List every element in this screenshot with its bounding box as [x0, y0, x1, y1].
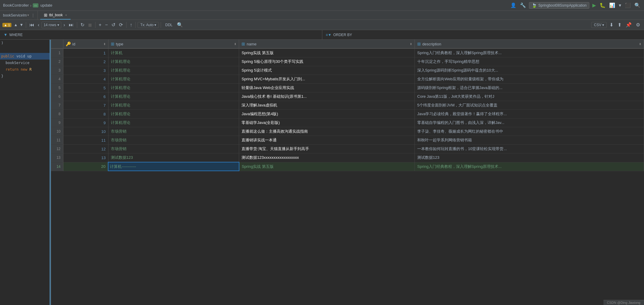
rows-dropdown[interactable]: ▾ [57, 23, 59, 27]
debug-icon[interactable]: 🐛 [599, 2, 606, 9]
book-service-label[interactable]: bookServiceIm [3, 13, 27, 17]
nav-first-btn[interactable]: ⏮ [28, 21, 36, 29]
cell-type[interactable]: 市场营销 [108, 127, 239, 136]
cell-id[interactable]: 2 [63, 57, 108, 66]
where-section[interactable]: ▼ WHERE [0, 30, 322, 39]
table-row[interactable]: 55计算机理论轻量级Java Web企业应用实战源码级剖析Spring框架，适合… [51, 84, 644, 92]
data-table-area[interactable]: 🔑 id ⬍ ⊞ type ⬍ ⊞ [51, 40, 644, 305]
cell-name[interactable]: Spring MVC+Mybatis开发从入门到... [239, 75, 415, 84]
submit-btn[interactable]: ⟳ [117, 21, 124, 29]
cell-id[interactable]: 1 [63, 48, 108, 57]
breadcrumb-controller[interactable]: BookController [3, 3, 29, 8]
cell-id[interactable]: 9 [63, 119, 108, 127]
name-column-header[interactable]: ⊞ name ⬍ [239, 40, 415, 48]
cell-type[interactable]: 市场营销 [108, 136, 239, 145]
cell-id[interactable]: 4 [63, 75, 108, 84]
cell-description[interactable]: Core Java第11版，Jolt大奖获奖作品，针对J [415, 92, 644, 101]
table-row[interactable]: 1212市场营销直播带货:淘宝、天猫直播从新手到高手一本教你如何玩转直播的书，1… [51, 145, 644, 153]
search-btn[interactable]: 🔍 [175, 21, 184, 29]
cell-name[interactable]: 直播销讲实战一本通 [239, 136, 415, 145]
cell-type-input[interactable] [110, 164, 237, 169]
table-row[interactable]: 99计算机理论零基础学Java(全彩版)零基础自学编程的入门图书，由浅入深，详解… [51, 119, 644, 127]
cell-description[interactable]: 深入Spring源码剖析Spring源码中蕴含的10大... [415, 66, 644, 75]
remove-row-btn[interactable]: − [104, 21, 109, 29]
cell-name[interactable]: Java编程思想(第4版) [239, 110, 415, 119]
cell-description[interactable]: 测试数据123 [415, 153, 644, 162]
cell-id[interactable]: 12 [63, 145, 108, 153]
table-row[interactable]: 1313测试数据123测试数据123xxxxxxxxxxxxxxxxxx测试数据… [51, 153, 644, 162]
orderby-section[interactable]: ≡▼ ORDER BY [322, 30, 644, 39]
cell-type[interactable]: 计算机理论 [108, 110, 239, 119]
table-row[interactable]: 88计算机理论Java编程思想(第4版)Java学习必读经典，殿堂级著作！赢得了… [51, 110, 644, 119]
cell-id[interactable]: 11 [63, 136, 108, 145]
csv-btn[interactable]: CSV ▾ [591, 22, 607, 28]
id-column-header[interactable]: 🔑 id ⬍ [63, 40, 108, 48]
pin-btn[interactable]: 📌 [624, 21, 633, 29]
cell-description[interactable]: Spring入门经典教程，深入理解Spring原理技术... [415, 162, 644, 171]
tx-dropdown[interactable]: ▾ [154, 23, 156, 27]
cell-name[interactable]: Spring 5设计模式 [239, 66, 415, 75]
cell-name[interactable]: 测试数据123xxxxxxxxxxxxxxxxxx [239, 153, 415, 162]
move-up-btn[interactable]: ↑ [128, 21, 134, 29]
stop-btn[interactable]: ◼ [87, 21, 93, 29]
type-sort-icon[interactable]: ⬍ [234, 42, 236, 46]
tab-tbl-book[interactable]: ⊞ tbl_book × [40, 11, 71, 20]
add-row-btn[interactable]: + [97, 21, 103, 29]
nav-down-icon[interactable]: ▼ [19, 22, 24, 28]
cell-name[interactable]: 直播带货:淘宝、天猫直播从新手到高手 [239, 145, 415, 153]
name-sort-icon[interactable]: ⬍ [410, 42, 412, 46]
user-icon[interactable]: 👤 [510, 2, 517, 9]
id-sort-icon[interactable]: ⬍ [103, 42, 106, 46]
coverage-icon[interactable]: 📊 [609, 2, 616, 9]
description-column-header[interactable]: ⊞ description ⬍ [415, 40, 644, 48]
upload-btn[interactable]: ⬆ [616, 21, 623, 29]
cell-description[interactable]: 源码级剖析Spring框架，适合已掌握Java基础的... [415, 84, 644, 92]
cell-type[interactable]: 计算机理论 [108, 101, 239, 110]
run-icon[interactable]: ▶ [592, 2, 597, 9]
cell-type[interactable]: 计算机理论 [108, 92, 239, 101]
cell-description[interactable]: 十年沉淀之作，手写Spring精华思想 [415, 57, 644, 66]
cell-name[interactable]: 轻量级Java Web企业应用实战 [239, 84, 415, 92]
tx-btn[interactable]: Tx: Auto ▾ [138, 22, 159, 28]
cell-description[interactable]: 和秋叶一起学系列网络营销书籍 [415, 136, 644, 145]
nav-prev-btn[interactable]: ‹ [36, 21, 41, 29]
table-row[interactable]: 22计算机理论Spring 5核心原理与30个类手写实践十年沉淀之作，手写Spr… [51, 57, 644, 66]
cell-id[interactable]: 20 [63, 162, 108, 171]
cell-type[interactable] [108, 162, 239, 171]
cell-id[interactable]: 3 [63, 66, 108, 75]
tab-close-btn[interactable]: × [65, 13, 67, 17]
cell-type[interactable]: 计算机理论 [108, 75, 239, 84]
cell-description[interactable]: 零基础自学编程的入门图书，由浅入深，详解Jav... [415, 119, 644, 127]
cell-type[interactable]: 计算机理论 [108, 84, 239, 92]
cell-name[interactable]: Spring实战 第五版 [239, 162, 415, 171]
type-column-header[interactable]: ⊞ type ⬍ [108, 40, 239, 48]
cell-type[interactable]: 计算机理论 [108, 57, 239, 66]
cell-type[interactable]: 计算机 [108, 48, 239, 57]
cell-description[interactable]: 一本教你如何玩转直播的书，10堂课轻松实现带货... [415, 145, 644, 153]
nav-last-btn[interactable]: ⏭ [67, 21, 75, 29]
cell-name[interactable]: Spring 5核心原理与30个类手写实践 [239, 57, 415, 66]
cell-description[interactable]: 5个纬度全面剖析JVM，大厂面试知识点全覆盖 [415, 101, 644, 110]
cell-type[interactable]: 测试数据123 [108, 153, 239, 162]
cell-name[interactable]: Java核心技术 卷I 基础知识(原书第1... [239, 92, 415, 101]
ddl-btn[interactable]: DDL [163, 22, 175, 28]
search-icon[interactable]: 🔍 [634, 2, 641, 9]
cell-description[interactable]: 全方位解析面向Web应用的轻量级框架，带你成为 [415, 75, 644, 84]
nav-up-icon[interactable]: ▲ [13, 22, 18, 28]
reload-btn[interactable]: ↻ [79, 21, 86, 29]
cell-id[interactable]: 7 [63, 101, 108, 110]
table-row[interactable]: 1111市场营销直播销讲实战一本通和秋叶一起学系列网络营销书籍 [51, 136, 644, 145]
cell-type[interactable]: 计算机理论 [108, 66, 239, 75]
table-row[interactable]: 66计算机理论Java核心技术 卷I 基础知识(原书第1...Core Java… [51, 92, 644, 101]
desc-sort-icon[interactable]: ⬍ [639, 42, 641, 46]
cell-id[interactable]: 5 [63, 84, 108, 92]
revert-btn[interactable]: ↺ [110, 21, 117, 29]
cell-description[interactable]: Java学习必读经典，殿堂级著作！赢得了全球程序... [415, 110, 644, 119]
cell-id[interactable]: 8 [63, 110, 108, 119]
table-row[interactable]: 1010市场营销直播就这么做：主播高效沟通实战指南李子柒、李佳奇、薇娅成长为网红… [51, 127, 644, 136]
table-row[interactable]: 44计算机理论Spring MVC+Mybatis开发从入门到...全方位解析面… [51, 75, 644, 84]
cell-description[interactable]: Spring入门经典教程，深入理解Spring原理技术... [415, 48, 644, 57]
cell-id[interactable]: 6 [63, 92, 108, 101]
warning-badge[interactable]: ▲ 1 [2, 23, 11, 27]
more-menu[interactable]: ⋮ [31, 13, 35, 18]
